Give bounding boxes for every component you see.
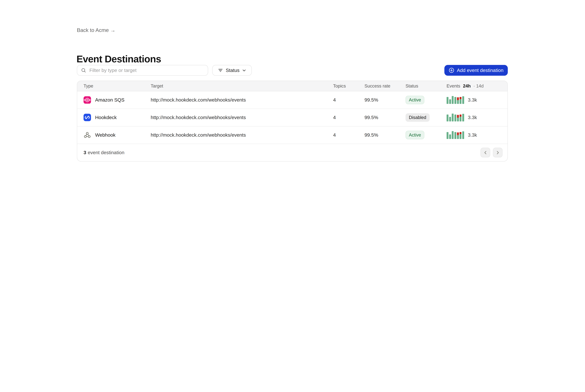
events-sparkline <box>446 114 464 122</box>
back-to-acme-link[interactable]: Back to Acme → <box>77 27 116 33</box>
status-badge: Active <box>406 96 424 104</box>
search-icon <box>81 68 86 73</box>
status-badge: Disabled <box>406 113 430 122</box>
destination-type-label: Webhook <box>95 132 116 138</box>
destination-type-label: Hookdeck <box>95 115 117 120</box>
hookdeck-icon <box>84 114 91 121</box>
destination-target: http://mock.hookdeck.com/webhooks/events <box>151 115 333 120</box>
table-row[interactable]: Webhook http://mock.hookdeck.com/webhook… <box>77 126 508 144</box>
event-destinations-table: Type Target Topics Success rate Status E… <box>77 80 508 162</box>
destination-count-label: event destination <box>88 150 124 155</box>
column-header-type: Type <box>84 84 151 88</box>
destination-success-rate: 99.5% <box>364 115 406 120</box>
filter-icon <box>218 68 223 73</box>
plus-circle-icon <box>449 68 454 73</box>
search-input[interactable] <box>89 68 204 73</box>
page-title: Event Destinations <box>76 54 161 65</box>
previous-page-button[interactable] <box>480 148 490 158</box>
table-footer: 3 event destination <box>77 144 508 161</box>
search-input-wrapper[interactable] <box>77 65 208 76</box>
table-header-row: Type Target Topics Success rate Status E… <box>77 81 508 91</box>
destination-target: http://mock.hookdeck.com/webhooks/events <box>151 132 333 138</box>
status-filter-button[interactable]: Status <box>212 65 252 76</box>
events-count: 3.3k <box>468 132 477 138</box>
events-sparkline <box>446 131 464 139</box>
events-count: 3.3k <box>468 97 477 103</box>
toolbar: Status Add event destination <box>77 65 508 76</box>
column-header-success-rate: Success rate <box>364 84 406 88</box>
destination-topics: 4 <box>333 132 364 138</box>
pagination <box>480 148 502 158</box>
add-event-destination-button[interactable]: Add event destination <box>444 65 508 76</box>
status-badge: Active <box>406 131 424 139</box>
amazon-sqs-icon <box>84 96 91 104</box>
add-event-destination-label: Add event destination <box>457 68 504 73</box>
chevron-down-icon <box>242 68 246 72</box>
chevron-left-icon <box>483 150 488 155</box>
events-sparkline <box>446 96 464 104</box>
destination-count: 3 <box>84 150 86 155</box>
chevron-right-icon <box>496 150 500 155</box>
destination-topics: 4 <box>333 115 364 120</box>
destination-topics: 4 <box>333 97 364 103</box>
webhook-icon <box>84 131 91 139</box>
destination-target: http://mock.hookdeck.com/webhooks/events <box>151 97 333 103</box>
column-header-events: Events 24h · 14d <box>446 84 508 88</box>
column-header-status: Status <box>406 84 446 88</box>
destination-type-label: Amazon SQS <box>95 97 124 103</box>
column-header-topics: Topics <box>333 84 364 88</box>
destination-success-rate: 99.5% <box>364 97 406 103</box>
events-count: 3.3k <box>468 115 477 120</box>
table-row[interactable]: Amazon SQS http://mock.hookdeck.com/webh… <box>77 91 508 109</box>
destination-success-rate: 99.5% <box>364 132 406 138</box>
table-row[interactable]: Hookdeck http://mock.hookdeck.com/webhoo… <box>77 109 508 126</box>
next-page-button[interactable] <box>493 148 503 158</box>
column-header-target: Target <box>151 84 333 88</box>
status-filter-label: Status <box>226 68 240 73</box>
event-destinations-page: Back to Acme → Event Destinations Status <box>0 0 585 378</box>
